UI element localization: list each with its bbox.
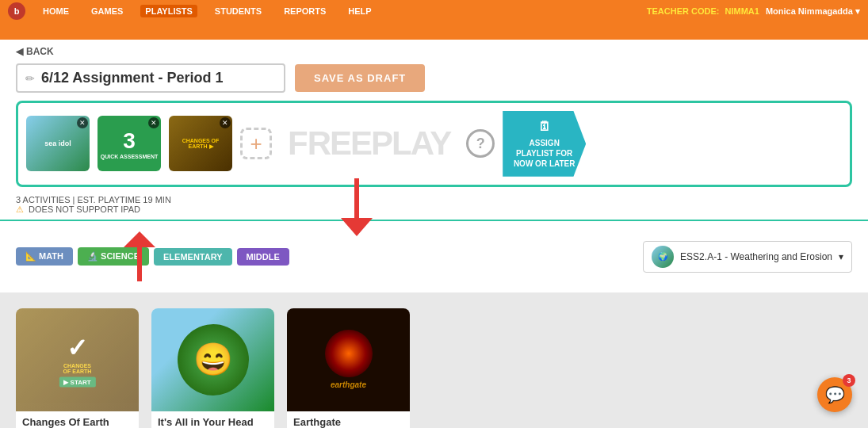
svg-marker-1 — [341, 218, 373, 236]
game-title-0: Changes Of Earth — [22, 416, 132, 428]
playlist-card-sea[interactable]: sea idol ✕ — [26, 116, 90, 171]
assignment-input-wrap[interactable]: ✏ — [16, 63, 285, 93]
save-draft-button[interactable]: SAVE AS DRAFT — [295, 64, 425, 92]
assign-label: ASSIGN PLAYLIST FOR NOW OR LATER — [512, 138, 576, 169]
game-thumb-earth: earthgate — [287, 308, 410, 411]
add-activity-button[interactable]: + — [240, 128, 272, 159]
teacher-code-value: NIMMA1 — [725, 6, 759, 16]
content-area: ✓ CHANGESOF EARTH ▶ START Changes Of Ear… — [0, 292, 868, 428]
earth-orb — [325, 330, 373, 377]
game-info-2: Earthgate INSTRUCTIONAL 7 MIN ★★★☆☆ 3.57… — [287, 411, 410, 428]
nav-playlists[interactable]: PLAYLISTS — [140, 5, 197, 17]
user-menu[interactable]: Monica Nimmagadda ▾ — [766, 6, 860, 17]
science-icon: 🔬 — [87, 251, 98, 261]
ipad-warning: DOES NOT SUPPORT IPAD — [29, 204, 140, 214]
nav-games[interactable]: GAMES — [86, 5, 128, 17]
logo[interactable]: b — [8, 2, 25, 20]
warning-icon: ⚠ — [16, 204, 24, 214]
navbar: b HOME GAMES PLAYLISTS STUDENTS REPORTS … — [0, 0, 868, 22]
playlist-area: sea idol ✕ 3 QUICK ASSESSMENT ✕ CHANGES … — [16, 101, 852, 187]
top-section: ◀ BACK ✏ SAVE AS DRAFT sea idol ✕ — [0, 40, 868, 220]
game-title-1: It's All in Your Head — [158, 416, 268, 428]
game-thumb-head: 😄 — [151, 308, 274, 411]
standard-avatar: 🌍 — [652, 246, 674, 268]
game-title-2: Earthgate — [293, 416, 403, 428]
back-chevron: ◀ — [16, 46, 23, 57]
card-changes-label: CHANGES OF EARTH ▶ — [169, 135, 232, 153]
card-title-overlay: CHANGESOF EARTH — [59, 362, 95, 373]
qa-number: 3 — [123, 128, 136, 154]
pencil-icon: ✏ — [25, 72, 35, 85]
activities-count: 3 ACTIVITIES | EST. PLAYTIME 19 MIN — [16, 195, 171, 204]
game-info-0: Changes Of Earth INSTRUCTIONAL 7 MIN ★★★… — [16, 411, 139, 428]
nav-right: TEACHER CODE: NIMMA1 Monica Nimmagadda ▾ — [647, 6, 860, 17]
assign-playlist-button[interactable]: 🗓 ASSIGN PLAYLIST FOR NOW OR LATER — [503, 111, 586, 177]
arrow-indicator-down — [333, 174, 380, 241]
assign-icon: 🗓 — [512, 119, 576, 136]
chat-bubble[interactable]: 💬 3 — [817, 377, 852, 412]
assignment-name-input[interactable] — [41, 70, 276, 86]
chat-icon: 💬 — [825, 385, 845, 404]
math-icon: 📐 — [25, 251, 36, 261]
playlist-card-qa[interactable]: 3 QUICK ASSESSMENT ✕ — [98, 116, 161, 171]
game-card-1[interactable]: 😄 It's All in Your Head QUESTION 12 MIN … — [151, 308, 274, 428]
back-label: BACK — [26, 46, 54, 57]
teacher-code: TEACHER CODE: NIMMA1 — [647, 6, 759, 16]
orange-banner — [0, 22, 868, 40]
dropdown-chevron: ▾ — [839, 251, 843, 262]
qa-label: QUICK ASSESSMENT — [101, 154, 158, 159]
standard-label: ESS2.A-1 - Weathering and Erosion — [680, 251, 832, 262]
standard-dropdown[interactable]: 🌍 ESS2.A-1 - Weathering and Erosion ▾ — [643, 241, 852, 273]
game-card-2[interactable]: earthgate Earthgate INSTRUCTIONAL 7 MIN … — [287, 308, 410, 428]
game-info-1: It's All in Your Head QUESTION 12 MIN ★★… — [151, 411, 274, 428]
nav-students[interactable]: STUDENTS — [210, 5, 266, 17]
game-card-0[interactable]: ✓ CHANGESOF EARTH ▶ START Changes Of Ear… — [16, 308, 139, 428]
card-sea-label: sea idol — [44, 139, 71, 147]
svg-marker-2 — [124, 231, 155, 247]
head-emoji: 😄 — [178, 324, 249, 396]
game-thumb-changes: ✓ CHANGESOF EARTH ▶ START — [16, 308, 139, 411]
arrow-indicator-up — [120, 227, 159, 286]
freeplay-text: FREEPLAY — [288, 124, 450, 162]
filter-bar: 📐 MATH 🔬 SCIENCE ELEMENTARY MIDDLE 🌍 ESS… — [0, 220, 868, 292]
playlist-card-changes[interactable]: CHANGES OF EARTH ▶ ✕ — [169, 116, 232, 171]
nav-reports[interactable]: REPORTS — [279, 5, 331, 17]
nav-home[interactable]: HOME — [38, 5, 74, 17]
checkmark-icon: ✓ — [59, 332, 95, 362]
stats-row: 3 ACTIVITIES | EST. PLAYTIME 19 MIN ⚠ DO… — [16, 193, 852, 220]
back-link[interactable]: ◀ BACK — [16, 46, 852, 57]
nav-help[interactable]: HELP — [343, 5, 376, 17]
filter-elementary[interactable]: ELEMENTARY — [154, 248, 232, 266]
filter-math[interactable]: 📐 MATH — [16, 247, 73, 266]
chat-badge: 3 — [843, 374, 855, 387]
assignment-row: ✏ SAVE AS DRAFT — [16, 63, 852, 93]
earthgate-logo: earthgate — [325, 380, 373, 389]
filter-middle[interactable]: MIDDLE — [237, 248, 289, 266]
question-circle[interactable]: ? — [466, 129, 495, 158]
start-overlay: ▶ START — [59, 376, 95, 387]
